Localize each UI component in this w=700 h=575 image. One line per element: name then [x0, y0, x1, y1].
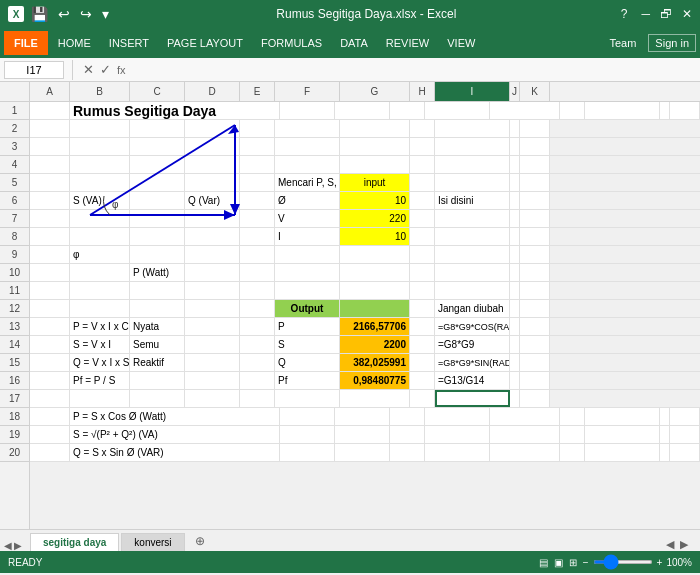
cell-D16[interactable]: [185, 372, 240, 389]
cell-K19[interactable]: [670, 426, 700, 443]
menu-insert[interactable]: INSERT: [101, 31, 157, 55]
menu-pagelayout[interactable]: PAGE LAYOUT: [159, 31, 251, 55]
zoom-slider[interactable]: [593, 560, 653, 564]
cell-C6[interactable]: [130, 192, 185, 209]
cell-H12[interactable]: [410, 300, 435, 317]
cell-I16[interactable]: =G13/G14: [435, 372, 510, 389]
cell-H1[interactable]: [560, 102, 585, 119]
cell-F2[interactable]: [275, 120, 340, 137]
cell-B16[interactable]: Pf = P / S: [70, 372, 130, 389]
cell-C3[interactable]: [130, 138, 185, 155]
cell-C18[interactable]: [280, 408, 335, 425]
cell-C11[interactable]: [130, 282, 185, 299]
cell-I17[interactable]: [435, 390, 510, 407]
cell-I15[interactable]: =G8*G9*SIN(RADIANS(G7)): [435, 354, 510, 371]
cell-H20[interactable]: [560, 444, 585, 461]
col-header-H[interactable]: H: [410, 82, 435, 101]
cell-J6[interactable]: [510, 192, 520, 209]
cell-C10[interactable]: P (Watt): [130, 264, 185, 281]
cell-D18[interactable]: [335, 408, 390, 425]
cell-B12[interactable]: [70, 300, 130, 317]
cell-I18[interactable]: [585, 408, 660, 425]
cell-G12[interactable]: [340, 300, 410, 317]
cell-I9[interactable]: [435, 246, 510, 263]
cell-E14[interactable]: [240, 336, 275, 353]
cell-J4[interactable]: [510, 156, 520, 173]
cell-C7[interactable]: [130, 210, 185, 227]
cell-E3[interactable]: [240, 138, 275, 155]
cell-D6[interactable]: Q (Var): [185, 192, 240, 209]
cell-A14[interactable]: [30, 336, 70, 353]
cell-K7[interactable]: [520, 210, 550, 227]
col-header-K[interactable]: K: [520, 82, 550, 101]
cell-G10[interactable]: [340, 264, 410, 281]
cell-K18[interactable]: [670, 408, 700, 425]
cell-B20[interactable]: Q = S x Sin Ø (VAR): [70, 444, 280, 461]
cell-H2[interactable]: [410, 120, 435, 137]
menu-home[interactable]: HOME: [50, 31, 99, 55]
cell-D5[interactable]: [185, 174, 240, 191]
cell-F5[interactable]: Mencari P, S, Q: [275, 174, 340, 191]
redo-quick-btn[interactable]: ↪: [77, 6, 95, 22]
next-sheet-btn[interactable]: ▶: [14, 540, 22, 551]
cell-A17[interactable]: [30, 390, 70, 407]
cell-K17[interactable]: [520, 390, 550, 407]
cell-I14[interactable]: =G8*G9: [435, 336, 510, 353]
cell-A12[interactable]: [30, 300, 70, 317]
cell-E9[interactable]: [240, 246, 275, 263]
cell-H19[interactable]: [560, 426, 585, 443]
cell-D7[interactable]: [185, 210, 240, 227]
cell-I12[interactable]: Jangan diubah: [435, 300, 510, 317]
cell-C1[interactable]: [280, 102, 335, 119]
cell-H15[interactable]: [410, 354, 435, 371]
cell-H10[interactable]: [410, 264, 435, 281]
cell-B2[interactable]: [70, 120, 130, 137]
cell-K10[interactable]: [520, 264, 550, 281]
cell-C17[interactable]: [130, 390, 185, 407]
cell-E19[interactable]: [390, 426, 425, 443]
cell-G7[interactable]: 220: [340, 210, 410, 227]
cell-A10[interactable]: [30, 264, 70, 281]
cell-D10[interactable]: [185, 264, 240, 281]
row-header-12[interactable]: 12: [0, 300, 29, 318]
cell-I3[interactable]: [435, 138, 510, 155]
cell-E2[interactable]: [240, 120, 275, 137]
row-header-20[interactable]: 20: [0, 444, 29, 462]
cell-A16[interactable]: [30, 372, 70, 389]
cell-J3[interactable]: [510, 138, 520, 155]
customize-quick-btn[interactable]: ▾: [99, 6, 112, 22]
cancel-formula-icon[interactable]: ✕: [83, 62, 94, 77]
col-header-B[interactable]: B: [70, 82, 130, 101]
row-header-7[interactable]: 7: [0, 210, 29, 228]
cell-F10[interactable]: [275, 264, 340, 281]
save-quick-btn[interactable]: 💾: [28, 6, 51, 22]
cell-K1[interactable]: [670, 102, 700, 119]
sheet-tab-segitiga[interactable]: segitiga daya: [30, 533, 119, 551]
cell-B1[interactable]: Rumus Segitiga Daya: [70, 102, 280, 119]
cell-E15[interactable]: [240, 354, 275, 371]
cell-D12[interactable]: [185, 300, 240, 317]
cell-I10[interactable]: [435, 264, 510, 281]
cell-F6[interactable]: Ø: [275, 192, 340, 209]
cell-H11[interactable]: [410, 282, 435, 299]
cell-D13[interactable]: [185, 318, 240, 335]
cell-C12[interactable]: [130, 300, 185, 317]
cell-H5[interactable]: [410, 174, 435, 191]
cell-F12[interactable]: Output: [275, 300, 340, 317]
insert-function-icon[interactable]: fx: [117, 64, 126, 76]
cell-B15[interactable]: Q = V x I x Sin Ø: [70, 354, 130, 371]
cell-C5[interactable]: [130, 174, 185, 191]
cell-K5[interactable]: [520, 174, 550, 191]
page-break-btn[interactable]: ⊞: [569, 557, 577, 568]
row-header-19[interactable]: 19: [0, 426, 29, 444]
cell-A6[interactable]: [30, 192, 70, 209]
cell-I1[interactable]: [585, 102, 660, 119]
cell-D1[interactable]: [335, 102, 390, 119]
cell-G11[interactable]: [340, 282, 410, 299]
cell-J5[interactable]: [510, 174, 520, 191]
row-header-18[interactable]: 18: [0, 408, 29, 426]
col-header-D[interactable]: D: [185, 82, 240, 101]
cell-C20[interactable]: [280, 444, 335, 461]
restore-btn[interactable]: 🗗: [660, 7, 672, 21]
cell-E10[interactable]: [240, 264, 275, 281]
